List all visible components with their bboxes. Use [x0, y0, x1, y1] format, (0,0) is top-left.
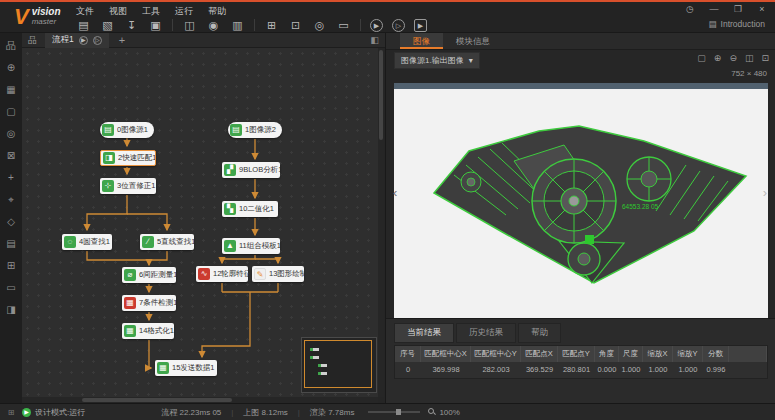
corner-grid-icon[interactable]: ⊞ [0, 408, 22, 417]
run-icon[interactable]: ▶ [370, 19, 383, 32]
export-image-icon[interactable]: ↧ [124, 18, 139, 32]
flow-node-binarize[interactable]: ▚ 10二值化1 [222, 201, 278, 217]
maximize-button[interactable]: ❐ [731, 4, 745, 14]
one-to-one-icon[interactable]: ◫ [745, 53, 754, 63]
menu-file[interactable]: 文件 [76, 5, 94, 18]
flow-node-distance-measure[interactable]: ⌀ 6间距测量1 [122, 267, 176, 283]
barcode-icon[interactable]: ▥ [230, 18, 245, 32]
zoom-out-icon[interactable]: ⊖ [729, 53, 737, 63]
flow-node-draw-graphics[interactable]: ✎ 13图形绘制1 [252, 266, 304, 282]
node-label: 12轮廓特征1 [213, 269, 248, 279]
menu-tools[interactable]: 工具 [142, 5, 160, 18]
panel-tools-icon[interactable]: ▭ [4, 281, 18, 294]
fullscreen-icon[interactable]: ⊡ [761, 53, 769, 63]
zoom-slider[interactable] [368, 411, 420, 413]
layout-icon[interactable]: ◫ [182, 18, 197, 32]
tab-image[interactable]: 图像 [400, 33, 443, 49]
render-time-metric: 渲染 7.78ms [310, 407, 354, 418]
introduction-link[interactable]: ▤ Introduction [709, 19, 765, 29]
flow-run-icon[interactable]: ▶ [79, 36, 88, 45]
module-icon: ◨ [103, 152, 115, 164]
flow-node-template[interactable]: ▲ 11组合模板1 [222, 238, 280, 254]
tab-module-info[interactable]: 模块信息 [443, 33, 503, 49]
menu-run[interactable]: 运行 [175, 5, 193, 18]
open-icon[interactable]: ▧ [100, 18, 115, 32]
tab-current-results[interactable]: 当前结果 [394, 323, 454, 343]
introduction-label: Introduction [721, 19, 765, 29]
flow-node-line-find[interactable]: ∕ 5直线查找1 [140, 234, 194, 250]
fit-view-icon[interactable]: ▢ [697, 53, 706, 63]
flow-node-image-source-1[interactable]: ▤ 0图像源1 [100, 122, 154, 138]
add-flow-button[interactable]: + [119, 34, 125, 46]
zoom-in-icon[interactable]: ⊕ [714, 53, 722, 63]
camera-icon[interactable]: ◉ [206, 18, 221, 32]
titlebar: V vision master 文件 视图 工具 运行 帮助 ◷ — ❐ × ▤… [0, 2, 775, 33]
flowchart-canvas[interactable]: ▤ 0图像源1 ◨ 2快速匹配1 ⊹ 3位置修正1 ◌ 4圆查找1 ∕ 5直线查… [22, 48, 378, 397]
shape-tools-icon[interactable]: ◇ [4, 215, 18, 228]
node-label: 11组合模板1 [239, 241, 280, 251]
save-icon[interactable]: ▤ [76, 18, 91, 32]
menu-view[interactable]: 视图 [109, 5, 127, 18]
display-icon[interactable]: ⊞ [264, 18, 279, 32]
flow-node-condition-check[interactable]: ▦ 7条件检测1 [122, 295, 176, 311]
position-tools-icon[interactable]: ⌖ [4, 193, 18, 206]
flow-node-blob-analysis[interactable]: ▞ 9BLOB分析1 [222, 162, 280, 178]
flow-node-contour-feature[interactable]: ∿ 12轮廓特征1 [196, 266, 248, 282]
history-icon[interactable]: ◷ [683, 4, 697, 14]
flow-node-send-data[interactable]: ▦ 15发送数据1 [155, 360, 217, 376]
results-table-header: 序号 匹配框中心X 匹配框中心Y 匹配点X 匹配点Y 角度 尺度 缩放X 缩放Y… [395, 346, 767, 362]
flow-tree-icon[interactable]: 品 [28, 34, 37, 47]
flow-node-image-source-2[interactable]: ▤ 1图像源2 [228, 122, 282, 138]
io-icon[interactable]: ▭ [336, 18, 351, 32]
grid-tools-icon[interactable]: ▦ [4, 83, 18, 96]
table-tools-icon[interactable]: ▤ [4, 237, 18, 250]
minimize-button[interactable]: — [707, 4, 721, 14]
image-viewport[interactable]: 64553.28 05 ‹ › [394, 83, 768, 335]
collapse-panel-icon[interactable]: ◧ [370, 35, 379, 45]
zoom-level-label: 100% [439, 408, 459, 417]
node-label: 15发送数据1 [172, 363, 217, 373]
minimap-node [318, 364, 327, 367]
logo-text-master: master [32, 17, 61, 27]
communication-icon[interactable]: ◎ [312, 18, 327, 32]
node-label: 1图像源2 [245, 125, 279, 135]
prev-image-arrow[interactable]: ‹ [393, 185, 397, 200]
region-tools-icon[interactable]: ⊠ [4, 149, 18, 162]
flowchart-minimap[interactable] [301, 337, 377, 393]
flow-step-icon[interactable]: ▷ [93, 36, 102, 45]
flowchart-header: 品 流程1 ▶ ▷ + ◧ [22, 33, 385, 48]
add-module-icon[interactable]: ⊕ [4, 61, 18, 74]
tab-help[interactable]: 帮助 [518, 323, 561, 343]
frame-tools-icon[interactable]: ▢ [4, 105, 18, 118]
calibration-tools-icon[interactable]: ⊞ [4, 259, 18, 272]
run-once-icon[interactable]: ▷ [392, 19, 405, 32]
flow-node-fast-match[interactable]: ◨ 2快速匹配1 [100, 150, 156, 166]
flow-tab[interactable]: 流程1 ▶ ▷ [45, 33, 109, 48]
collapse-rail-icon[interactable]: ◨ [4, 303, 18, 316]
flow-node-position-fix[interactable]: ⊹ 3位置修正1 [100, 178, 156, 194]
module-icon: ⌀ [124, 269, 136, 281]
close-button[interactable]: × [755, 4, 769, 14]
flow-node-circle-find[interactable]: ◌ 4圆查找1 [62, 234, 112, 250]
results-table[interactable]: 序号 匹配框中心X 匹配框中心Y 匹配点X 匹配点Y 角度 尺度 缩放X 缩放Y… [394, 345, 768, 379]
gallery-icon[interactable]: ▣ [148, 18, 163, 32]
menu-help[interactable]: 帮助 [208, 5, 226, 18]
status-bar: ⊞ ▶ 设计模式:运行 流程 22.23ms 05 | 上图 8.12ms | … [0, 403, 775, 420]
flow-icon[interactable]: 品 [4, 39, 18, 52]
image-source-dropdown-value: 图像源1.输出图像 [401, 55, 464, 66]
table-row[interactable]: 0 369.998 282.003 369.529 280.801 0.000 … [395, 362, 767, 378]
cross-tools-icon[interactable]: + [4, 171, 18, 184]
minimap-node [318, 372, 327, 375]
tab-history-results[interactable]: 历史结果 [456, 323, 516, 343]
flowchart-vertical-scrollbar[interactable] [378, 48, 384, 397]
app-logo: V vision master [14, 5, 61, 29]
flow-node-format[interactable]: ▦ 14格式化1 [122, 323, 174, 339]
tag-icon[interactable]: ⊡ [288, 18, 303, 32]
logo-text-vision: vision [32, 7, 61, 17]
module-icon: ▤ [102, 124, 114, 136]
run-panel-icon[interactable]: ▶ [414, 19, 427, 32]
menu-bar: 文件 视图 工具 运行 帮助 [76, 5, 226, 18]
next-image-arrow[interactable]: › [763, 185, 767, 200]
image-source-dropdown[interactable]: 图像源1.输出图像 ▾ [394, 52, 480, 69]
target-tools-icon[interactable]: ◎ [4, 127, 18, 140]
